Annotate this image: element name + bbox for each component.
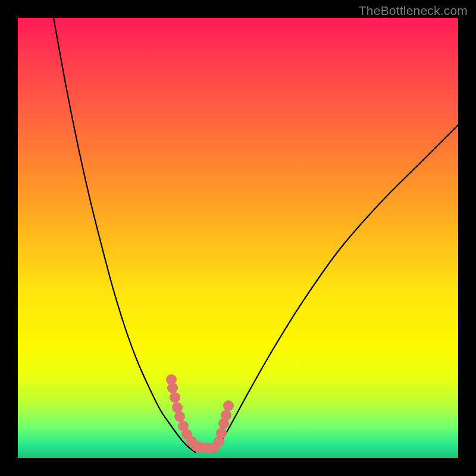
curve-layer [18,18,458,458]
watermark-text: TheBottleneck.com [359,4,468,18]
left-curve [54,18,195,452]
right-curve [214,125,458,452]
chart-frame: TheBottleneck.com [0,0,476,476]
plot-area [18,18,458,458]
